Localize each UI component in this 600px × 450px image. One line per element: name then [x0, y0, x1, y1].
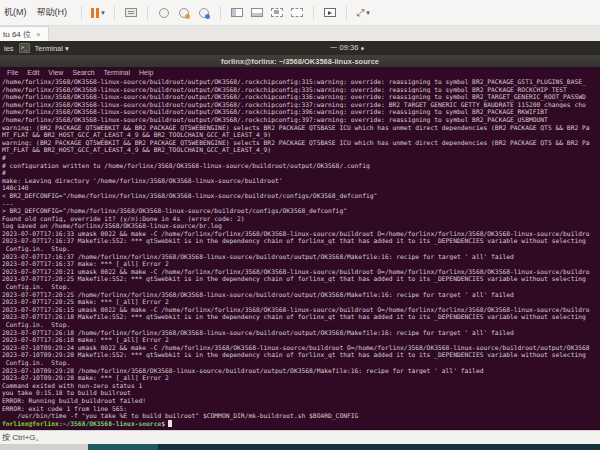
status-hint-label: 按 Ctrl+G。: [2, 432, 44, 443]
taskbar-segment-dark: [158, 444, 600, 450]
terminal-menu-item[interactable]: Edit: [27, 69, 39, 76]
host-taskbar-strip: [0, 444, 600, 450]
vmware-menu-item[interactable]: 机(M): [4, 6, 27, 19]
keyboard-icon: [125, 8, 137, 17]
toolbar-separator: [313, 6, 314, 20]
terminal-menu-item[interactable]: File: [7, 69, 18, 76]
toolbar-separator: [220, 6, 221, 20]
vmware-menubar: 机(M)帮助(H): [4, 6, 67, 19]
free-stretch-button[interactable]: [289, 4, 305, 22]
toolbar-separator: [81, 6, 82, 20]
send-ctrl-alt-del-button[interactable]: [123, 4, 139, 22]
fullscreen-button[interactable]: ⤢ ▾: [355, 4, 371, 22]
console-play-icon: [324, 8, 336, 17]
terminal-menu-item[interactable]: View: [48, 69, 63, 76]
terminal-menu-item[interactable]: Search: [72, 69, 94, 76]
pause-icon: [91, 8, 99, 18]
clock-button[interactable]: 一 09:36: [330, 41, 364, 55]
gnome-top-bar: ies >_ Terminal ▾ 一 09:36: [0, 41, 600, 55]
toolbar-separator: [114, 6, 115, 20]
terminal-menu-item[interactable]: Terminal: [104, 69, 130, 76]
snapshot-icon: [159, 8, 169, 18]
vm-tab-label: tu 64 位: [3, 29, 31, 40]
activities-button[interactable]: ies: [4, 44, 14, 53]
show-console-pane-button[interactable]: [249, 4, 265, 22]
prompt-user-host: forlinx@forlinx: [2, 420, 59, 427]
toolbar-separator: [346, 6, 347, 20]
terminal-titlebar[interactable]: forlinx@forlinx: ~/3568/OK3568-linux-sou…: [0, 55, 600, 67]
terminal-window-title: forlinx@forlinx: ~/3568/OK3568-linux-sou…: [221, 57, 379, 66]
manage-snapshots-icon: [199, 8, 209, 18]
prompt-path: ~/3568/OK3568-linux-source: [63, 420, 162, 427]
manage-snapshots-button[interactable]: [196, 4, 212, 22]
fullscreen-icon: ⤢: [356, 8, 364, 18]
clock-label: 一 09:36: [330, 43, 358, 53]
close-icon[interactable]: ×: [36, 30, 41, 39]
show-library-button[interactable]: [229, 4, 245, 22]
chevron-down-icon[interactable]: ▾: [366, 9, 370, 17]
app-menu-button[interactable]: Terminal ▾: [35, 44, 69, 53]
terminal-app-icon: >_: [19, 43, 30, 53]
revert-snapshot-button[interactable]: [176, 4, 192, 22]
unity-mode-button[interactable]: [269, 4, 285, 22]
prompt-dollar: $: [161, 420, 165, 427]
console-view-button[interactable]: [322, 4, 338, 22]
revert-snapshot-icon: [179, 8, 189, 18]
vmware-status-bar: 按 Ctrl+G。: [0, 430, 600, 444]
toolbar-separator: [147, 6, 148, 20]
chevron-down-icon[interactable]: ▾: [101, 9, 105, 17]
vmware-tab-strip: tu 64 位 ×: [0, 26, 600, 41]
notification-dot-icon: [361, 47, 364, 50]
stretch-icon: [291, 8, 303, 17]
pause-vm-button[interactable]: ▾: [90, 4, 106, 22]
take-snapshot-button[interactable]: [156, 4, 172, 22]
vm-tab-ubuntu[interactable]: tu 64 位 ×: [0, 26, 49, 41]
terminal-menubar: FileEditViewSearchTerminalHelp: [0, 67, 600, 78]
bottom-pane-icon: [251, 8, 263, 17]
vmware-menu-item[interactable]: 帮助(H): [37, 6, 68, 19]
terminal-cursor: [168, 420, 172, 427]
taskbar-segment-light: [0, 444, 88, 450]
terminal-output[interactable]: /home/forlinx/3568/OK3568-linux-source/b…: [0, 78, 600, 430]
terminal-menu-item[interactable]: Help: [139, 69, 153, 76]
vmware-toolbar: 机(M)帮助(H) ▾ ⤢ ▾: [0, 0, 600, 26]
taskbar-segment-teal: [88, 444, 158, 450]
shell-prompt: forlinx@forlinx:~/3568/OK3568-linux-sour…: [2, 420, 600, 428]
sidebar-pane-icon: [231, 8, 243, 17]
unity-icon: [271, 8, 283, 17]
